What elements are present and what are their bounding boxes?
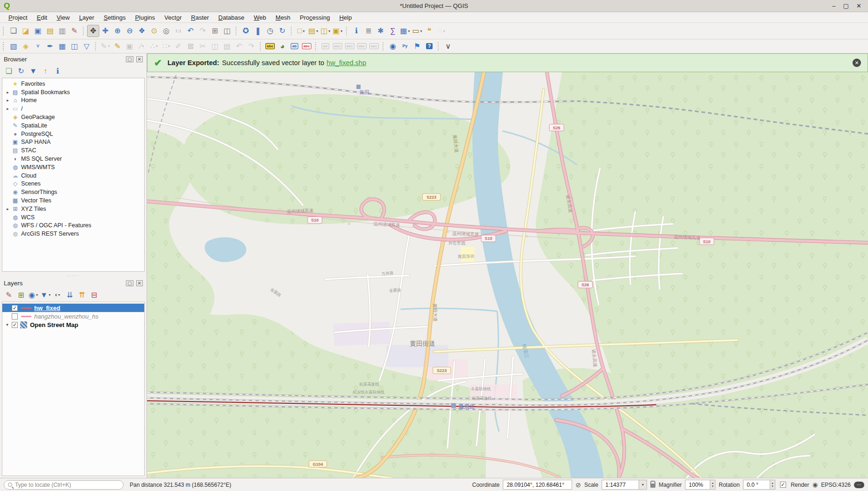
- zoom-last-button[interactable]: ↶: [184, 25, 197, 37]
- crs-status[interactable]: EPSG:4326: [821, 482, 851, 488]
- new-3d-map-view-button[interactable]: ◫: [221, 25, 233, 37]
- filter-browser-button[interactable]: ▼: [27, 65, 39, 77]
- exported-file-link[interactable]: hw_fixed.shp: [327, 59, 367, 67]
- save-project-button[interactable]: ▣: [32, 25, 44, 37]
- toggle-editing-button[interactable]: ✎: [111, 41, 124, 52]
- browser-item-vector-tiles[interactable]: ▦Vector Tiles: [2, 196, 144, 205]
- zoom-to-layer-button[interactable]: ◎: [160, 25, 172, 37]
- add-group-button[interactable]: ⊞: [15, 289, 27, 301]
- expand-caret-icon[interactable]: ▸: [5, 90, 11, 95]
- remove-layer-button[interactable]: ⊟: [88, 289, 100, 301]
- restore-button[interactable]: ▢: [843, 3, 849, 9]
- menu-edit[interactable]: Edit: [32, 14, 52, 21]
- browser-item-[interactable]: ▸▭/: [2, 104, 144, 113]
- browser-item-postgresql[interactable]: ●PostgreSQL: [2, 130, 144, 138]
- rotation-spinner[interactable]: ▲▼: [770, 480, 775, 490]
- menu-raster[interactable]: Raster: [186, 14, 213, 21]
- filter-by-expression-button[interactable]: ε▾: [51, 289, 64, 301]
- zoom-full-button[interactable]: ❖: [136, 25, 148, 37]
- minimize-button[interactable]: –: [832, 3, 836, 9]
- browser-item-favorites[interactable]: ★Favorites: [2, 80, 144, 88]
- layer-item-open-street-map[interactable]: ▾✓Open Street Map: [2, 320, 144, 329]
- new-print-layout-button[interactable]: ▤: [44, 25, 56, 37]
- open-layer-styling-button[interactable]: ✎: [3, 289, 15, 301]
- lock-scale-icon[interactable]: [650, 484, 655, 488]
- browser-item-xyz-tiles[interactable]: ▸⊞XYZ Tiles: [2, 205, 144, 213]
- rotation-input[interactable]: 0.0 °: [743, 480, 770, 490]
- locator-search-input[interactable]: Type to locate (Ctrl+K): [4, 480, 124, 490]
- new-shapefile-layer-button[interactable]: V: [32, 41, 44, 52]
- field-calculator-button[interactable]: ≣: [362, 25, 375, 37]
- layer-visibility-checkbox[interactable]: ✓: [12, 322, 18, 328]
- toggle-extents-icon[interactable]: ⊘: [575, 481, 581, 489]
- browser-item-wms-wmts[interactable]: ◍WMS/WMTS: [2, 163, 144, 171]
- open-attribute-table-button[interactable]: ▦▾: [399, 25, 411, 37]
- new-geopackage-layer-button[interactable]: ◈: [20, 41, 32, 52]
- browser-item-spatialite[interactable]: ✎SpatiaLite: [2, 121, 144, 130]
- open-project-button[interactable]: ◪: [20, 25, 32, 37]
- browser-item-spatial-bookmarks[interactable]: ▸▤Spatial Bookmarks: [2, 88, 144, 97]
- magnifier-input[interactable]: 100%: [685, 480, 710, 490]
- menu-project[interactable]: Project: [4, 14, 32, 21]
- layers-float-button[interactable]: ▢: [126, 280, 133, 286]
- panel-splitter[interactable]: ·····: [0, 274, 147, 277]
- select-features-button[interactable]: □▾: [295, 25, 307, 37]
- data-source-manager-button[interactable]: ▧: [7, 41, 20, 52]
- help-contents-button[interactable]: ?: [423, 41, 435, 52]
- collapse-caret-icon[interactable]: ▾: [4, 322, 10, 327]
- check-geometries-button[interactable]: ∨: [442, 41, 454, 52]
- browser-item-sap-hana[interactable]: ▣SAP HANA: [2, 138, 144, 147]
- metasearch-button[interactable]: ◉: [387, 41, 399, 52]
- add-selected-layers-button[interactable]: ❏: [3, 65, 15, 77]
- coordinate-input[interactable]: 28.09104°, 120.68461°: [503, 480, 572, 490]
- browser-item-cloud[interactable]: ☁Cloud: [2, 171, 144, 180]
- browser-item-sensorthings[interactable]: ◉SensorThings: [2, 188, 144, 196]
- map-tips-button[interactable]: ❝: [423, 25, 435, 37]
- browser-properties-button[interactable]: ℹ: [51, 65, 64, 77]
- deselect-features-button[interactable]: ◫▾: [319, 25, 331, 37]
- layer-item-hangzhou-wenzhou-hs[interactable]: hangzhou_wenzhou_hs: [2, 312, 144, 320]
- measure-line-button[interactable]: ▭▾: [411, 25, 423, 37]
- pin-unpin-labels-button[interactable]: ab: [288, 41, 301, 52]
- new-temporary-scratch-layer-button[interactable]: ▦: [56, 41, 68, 52]
- menu-layer[interactable]: Layer: [74, 14, 99, 21]
- highlight-pinned-labels-button[interactable]: abc: [301, 41, 313, 52]
- browser-item-stac[interactable]: ▤STAC: [2, 146, 144, 155]
- refresh-map-button[interactable]: ↻: [276, 25, 288, 37]
- statistical-summary-button[interactable]: ∑: [387, 25, 399, 37]
- browser-close-button[interactable]: ✕: [136, 56, 143, 62]
- menu-settings[interactable]: Settings: [99, 14, 130, 21]
- menu-processing[interactable]: Processing: [295, 14, 334, 21]
- pan-to-selection-button[interactable]: ✚: [99, 25, 111, 37]
- new-spatial-bookmark-button[interactable]: ✪: [240, 25, 252, 37]
- expand-caret-icon[interactable]: ▸: [5, 106, 11, 111]
- browser-item-scenes[interactable]: ◇Scenes: [2, 180, 144, 188]
- menu-plugins[interactable]: Plugins: [130, 14, 160, 21]
- layers-close-button[interactable]: ✕: [136, 280, 143, 286]
- layer-labeling-options-button[interactable]: abc: [264, 41, 276, 52]
- new-mesh-layer-button[interactable]: ◫: [68, 41, 81, 52]
- browser-item-arcgis-rest-servers[interactable]: ◍ArcGIS REST Servers: [2, 230, 144, 238]
- layer-diagram-options-button[interactable]: ◕: [276, 41, 288, 52]
- manage-map-themes-button[interactable]: ◉▾: [27, 289, 39, 301]
- browser-item-home[interactable]: ▸⌂Home: [2, 97, 144, 105]
- scale-dropdown[interactable]: ▾: [639, 480, 647, 490]
- zoom-out-button[interactable]: ⊖: [124, 25, 136, 37]
- collapse-all-button[interactable]: ↑: [39, 65, 51, 77]
- menu-mesh[interactable]: Mesh: [271, 14, 295, 21]
- menu-vector[interactable]: Vector: [160, 14, 186, 21]
- select-by-location-button[interactable]: ▣▾: [331, 25, 344, 37]
- browser-item-geopackage[interactable]: ◈GeoPackage: [2, 113, 144, 121]
- browser-float-button[interactable]: ▢: [126, 56, 133, 62]
- temporal-controller-button[interactable]: ◷: [264, 25, 276, 37]
- magnifier-spinner[interactable]: ▲▼: [710, 480, 715, 490]
- map-canvas[interactable]: S10S10S10S223S223S26S26G104 黄田温州北温州绕城高速温…: [147, 72, 868, 478]
- browser-item-wfs-ogc-api-features[interactable]: ◍WFS / OGC API - Features: [2, 222, 144, 230]
- show-layout-manager-button[interactable]: ▥: [56, 25, 68, 37]
- scale-input[interactable]: 1:14377: [602, 480, 639, 490]
- expand-all-button[interactable]: ⇊: [64, 289, 76, 301]
- new-spatialite-layer-button[interactable]: ✒: [44, 41, 56, 52]
- browser-item-ms-sql-server[interactable]: ◗MS SQL Server: [2, 155, 144, 163]
- menu-view[interactable]: View: [52, 14, 74, 21]
- zoom-in-button[interactable]: ⊕: [111, 25, 124, 37]
